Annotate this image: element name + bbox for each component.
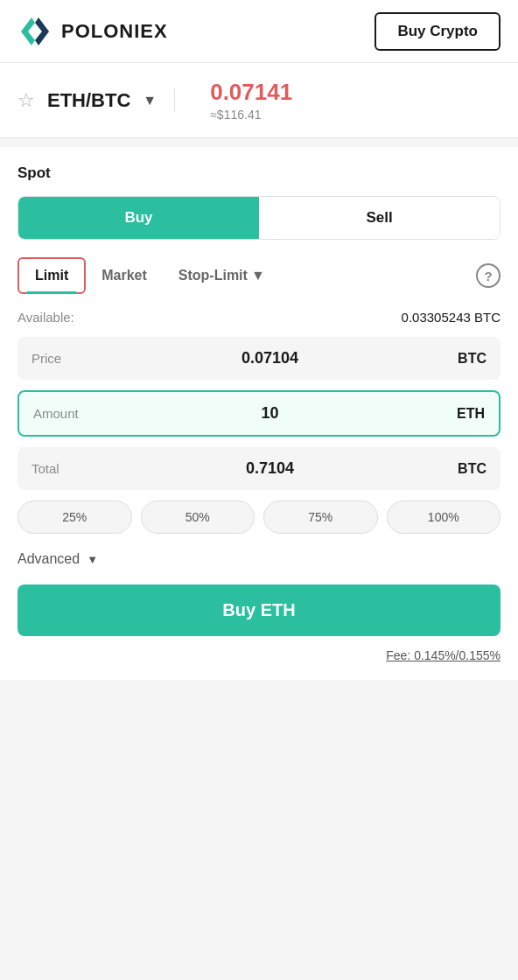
poloniex-logo-icon [18, 14, 52, 49]
available-row: Available: 0.03305243 BTC [18, 310, 500, 325]
amount-value: 10 [261, 404, 278, 423]
percentage-row: 25% 50% 75% 100% [18, 500, 500, 534]
total-currency: BTC [447, 461, 486, 477]
price-value: 0.07104 [242, 349, 298, 368]
total-field[interactable]: Total 0.7104 BTC [18, 447, 500, 490]
total-value: 0.7104 [246, 459, 294, 478]
total-label: Total [32, 461, 93, 476]
pct-100-button[interactable]: 100% [387, 500, 501, 534]
available-value: 0.03305243 BTC [402, 310, 500, 325]
buy-eth-button[interactable]: Buy ETH [18, 584, 500, 636]
pair-selector-chevron[interactable]: ▼ [143, 93, 157, 108]
pct-50-button[interactable]: 50% [141, 500, 256, 534]
svg-marker-0 [21, 18, 35, 46]
buy-tab[interactable]: Buy [18, 197, 259, 239]
pct-75-button[interactable]: 75% [263, 500, 378, 534]
sell-tab[interactable]: Sell [259, 197, 500, 239]
svg-marker-1 [35, 18, 49, 46]
available-label: Available: [18, 310, 74, 325]
spot-label: Spot [18, 164, 500, 182]
limit-tab[interactable]: Limit [18, 257, 86, 294]
app-header: POLONIEX Buy Crypto [0, 0, 518, 63]
price-label: Price [32, 351, 93, 366]
advanced-label: Advanced [18, 551, 80, 567]
advanced-chevron-icon: ▼ [87, 553, 98, 566]
price-field[interactable]: Price 0.07104 BTC [18, 337, 500, 380]
buy-crypto-button[interactable]: Buy Crypto [374, 12, 500, 51]
market-tab[interactable]: Market [86, 259, 163, 292]
fee-info: Fee: 0.145%/0.155% [18, 648, 500, 662]
logo-area: POLONIEX [18, 14, 168, 49]
pair-name: ETH/BTC [47, 89, 130, 112]
favorite-icon[interactable]: ☆ [18, 89, 35, 112]
amount-label: Amount [33, 406, 94, 421]
amount-field[interactable]: Amount 10 ETH [18, 390, 500, 437]
pair-right: 0.07141 ≈$116.41 [192, 79, 292, 122]
stop-limit-chevron: ▼ [251, 268, 265, 284]
pair-left: ☆ ETH/BTC ▼ [18, 89, 175, 112]
pct-25-button[interactable]: 25% [18, 500, 132, 534]
price-currency: BTC [447, 351, 486, 367]
advanced-row[interactable]: Advanced ▼ [18, 551, 500, 567]
logo-text: POLONIEX [61, 20, 168, 43]
pair-usd-equiv: ≈$116.41 [210, 108, 292, 122]
help-icon[interactable]: ? [476, 263, 500, 288]
amount-currency: ETH [445, 406, 485, 422]
order-type-tabs: Limit Market Stop-Limit ▼ ? [18, 257, 500, 294]
main-content: Spot Buy Sell Limit Market Stop-Limit ▼ … [0, 147, 518, 680]
stop-limit-tab[interactable]: Stop-Limit ▼ [163, 259, 281, 292]
pair-header: ☆ ETH/BTC ▼ 0.07141 ≈$116.41 [0, 63, 518, 138]
pair-price: 0.07141 [210, 79, 292, 106]
buy-sell-tabs: Buy Sell [18, 196, 500, 240]
